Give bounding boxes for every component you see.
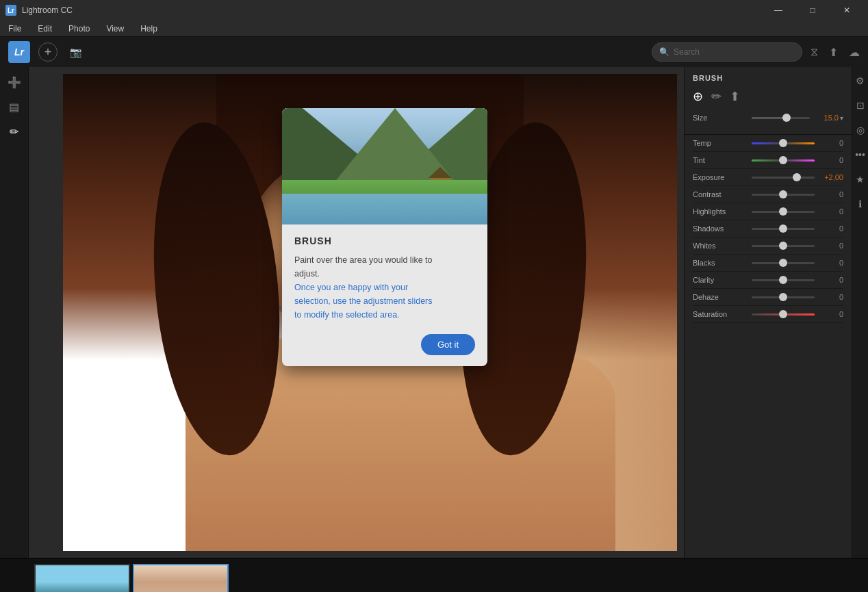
search-placeholder: Search: [674, 47, 700, 57]
app-icon: Lr: [5, 5, 16, 16]
slider-row-saturation: Saturation 0: [693, 306, 843, 323]
add-photo-icon[interactable]: ➕: [5, 73, 24, 92]
menu-file[interactable]: File: [5, 23, 24, 35]
slider-thumb-saturation[interactable]: [779, 310, 787, 318]
search-box[interactable]: 🔍 Search: [652, 42, 802, 62]
slider-track-saturation[interactable]: [752, 313, 815, 316]
size-slider[interactable]: [752, 117, 810, 119]
crop-icon[interactable]: ⊡: [852, 97, 869, 114]
panel-title: BRUSH: [693, 74, 843, 82]
star-icon[interactable]: ★: [852, 171, 869, 188]
filmstrip: [0, 558, 868, 592]
menu-view[interactable]: View: [103, 23, 127, 35]
menu-photo[interactable]: Photo: [66, 23, 92, 35]
slider-label-blacks: Blacks: [693, 259, 748, 267]
slider-track-contrast[interactable]: [752, 194, 815, 196]
slider-value-whites: 0: [819, 242, 843, 250]
slider-value-temp: 0: [819, 139, 843, 147]
slider-track-dehaze[interactable]: [752, 296, 815, 298]
slider-thumb-clarity[interactable]: [779, 276, 787, 284]
slider-label-temp: Temp: [693, 139, 748, 147]
main-layout: ➕ ▤ ✏: [0, 67, 868, 558]
cloud-icon[interactable]: ☁: [849, 46, 860, 59]
title-bar-controls: — □ ✕: [763, 0, 863, 21]
library-icon[interactable]: 📷: [66, 42, 85, 62]
got-it-button[interactable]: Got it: [421, 334, 475, 355]
slider-label-exposure: Exposure: [693, 173, 748, 181]
close-button[interactable]: ✕: [831, 0, 863, 21]
slider-track-blacks[interactable]: [752, 262, 815, 264]
brush-popup-desc: Paint over the area you would like to ad…: [294, 253, 475, 322]
lr-logo: Lr: [8, 41, 30, 63]
film-thumb-2-img: [134, 565, 227, 593]
slider-label-shadows: Shadows: [693, 224, 748, 233]
title-bar: Lr Lightroom CC — □ ✕: [0, 0, 868, 21]
slider-row-temp: Temp 0: [693, 135, 843, 152]
slider-track-shadows[interactable]: [752, 228, 815, 230]
adjust-icon[interactable]: ⚙: [852, 73, 869, 89]
slider-thumb-shadows[interactable]: [779, 224, 787, 233]
maximize-button[interactable]: □: [797, 0, 828, 21]
slider-label-highlights: Highlights: [693, 207, 748, 216]
desc-line4: selection, use the adjustment sliders: [294, 296, 433, 306]
minimize-button[interactable]: —: [763, 0, 794, 21]
slider-value-contrast: 0: [819, 190, 843, 198]
filter-icon[interactable]: ⧖: [810, 46, 818, 58]
slider-thumb-exposure[interactable]: [793, 173, 801, 181]
slider-value-clarity: 0: [819, 276, 843, 284]
desc-line1: Paint over the area you would like to: [294, 255, 433, 265]
desc-line5: to modify the selected area.: [294, 310, 400, 320]
edit-icon[interactable]: ✏: [5, 122, 24, 141]
brush-popup-title: BRUSH: [294, 235, 475, 246]
slider-value-tint: 0: [819, 156, 843, 164]
slider-thumb-contrast[interactable]: [779, 190, 787, 198]
brush-popup-footer: Got it: [282, 334, 487, 366]
size-label: Size: [693, 114, 748, 122]
desc-line3: Once you are happy with your: [294, 283, 408, 292]
slider-thumb-whites[interactable]: [779, 242, 787, 250]
top-bar-icons: ⧖ ⬆ ☁: [810, 46, 860, 59]
size-arrow[interactable]: ▾: [840, 114, 843, 122]
slider-track-whites[interactable]: [752, 245, 815, 247]
app-title: Lightroom CC: [22, 5, 73, 15]
slider-track-temp[interactable]: [752, 142, 815, 144]
menu-help[interactable]: Help: [138, 23, 160, 35]
heal-icon[interactable]: ◎: [852, 122, 869, 138]
folders-icon[interactable]: ▤: [5, 97, 24, 116]
slider-track-exposure[interactable]: [752, 177, 815, 179]
brush-erase-tool[interactable]: ⬆: [730, 89, 740, 104]
share-icon[interactable]: ⬆: [829, 46, 838, 59]
slider-label-tint: Tint: [693, 156, 748, 164]
slider-track-tint[interactable]: [752, 159, 815, 162]
slider-label-dehaze: Dehaze: [693, 293, 748, 301]
slider-thumb-dehaze[interactable]: [779, 293, 787, 301]
menu-edit[interactable]: Edit: [35, 23, 55, 35]
slider-thumb-temp[interactable]: [779, 139, 787, 147]
info-icon[interactable]: ℹ: [852, 196, 869, 212]
slider-track-highlights[interactable]: [752, 211, 815, 213]
slider-row-blacks: Blacks 0: [693, 255, 843, 272]
brush-paint-tool[interactable]: ✏: [711, 89, 722, 104]
film-thumb-1[interactable]: [34, 564, 130, 593]
right-action-icons: ⚙ ⊡ ◎ ••• ★ ℹ: [852, 67, 868, 558]
more-icon[interactable]: •••: [852, 146, 869, 163]
left-sidebar: ➕ ▤ ✏: [0, 67, 29, 558]
slider-track-clarity[interactable]: [752, 279, 815, 281]
slider-label-contrast: Contrast: [693, 190, 748, 198]
slider-row-exposure: Exposure +2,00: [693, 169, 843, 186]
slider-row-clarity: Clarity 0: [693, 272, 843, 289]
slider-row-shadows: Shadows 0: [693, 220, 843, 237]
right-sidebar-top: BRUSH ⊕ ✏ ⬆ Size 15.0 ▾: [685, 67, 852, 135]
slider-value-dehaze: 0: [819, 293, 843, 301]
menu-bar: File Edit Photo View Help: [0, 21, 868, 37]
add-button[interactable]: +: [38, 42, 58, 62]
slider-label-clarity: Clarity: [693, 276, 748, 284]
right-sidebar: BRUSH ⊕ ✏ ⬆ Size 15.0 ▾ Temp: [684, 67, 852, 558]
film-thumb-2[interactable]: [133, 564, 229, 593]
brush-add-tool[interactable]: ⊕: [693, 89, 703, 104]
slider-thumb-tint[interactable]: [779, 156, 787, 164]
slider-thumb-highlights[interactable]: [779, 207, 787, 216]
slider-thumb-blacks[interactable]: [779, 259, 787, 267]
search-icon: 🔍: [659, 47, 669, 57]
slider-row-whites: Whites 0: [693, 237, 843, 255]
